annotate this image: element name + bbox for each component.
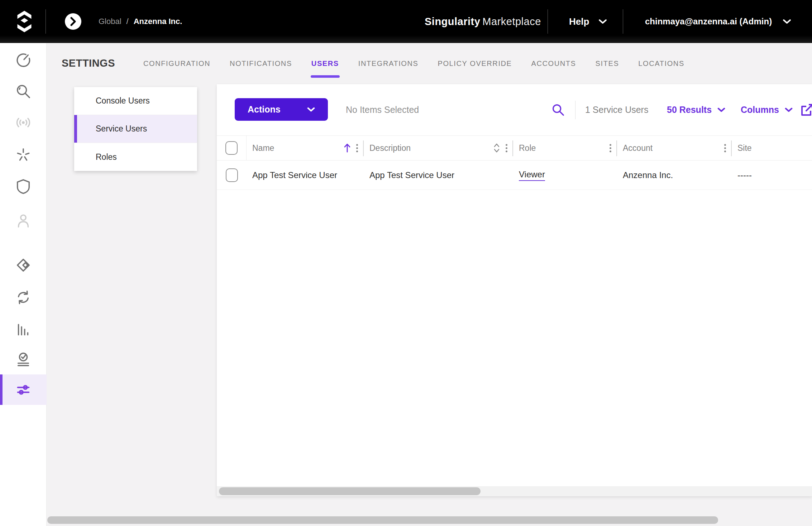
help-menu[interactable]: Help (569, 0, 607, 43)
broadcast-icon (15, 114, 32, 131)
column-label-account[interactable]: Account (623, 143, 723, 153)
column-label-name[interactable]: Name (252, 143, 344, 153)
sidebar-item-marketplace[interactable] (0, 251, 47, 279)
check-circle-stack-icon (15, 352, 32, 368)
chevron-right-icon (70, 17, 76, 26)
sidebar-item-protection[interactable] (0, 172, 47, 201)
main-content: SETTINGS CONFIGURATION NOTIFICATIONS USE… (47, 43, 812, 526)
search-icon[interactable] (551, 103, 565, 116)
tab-accounts[interactable]: ACCOUNTS (531, 59, 576, 69)
top-header: Global / Anzenna Inc. Singularity Market… (0, 0, 812, 43)
cell-site: ----- (732, 161, 812, 190)
select-all-checkbox[interactable] (225, 141, 238, 155)
header-divider (548, 9, 548, 34)
brand-marketplace: Marketplace (482, 16, 541, 28)
sync-icon (15, 289, 32, 306)
subnav-item-console-users[interactable]: Console Users (74, 87, 197, 115)
user-email-label: chinmaya@anzenna.ai (Admin) (645, 16, 772, 27)
tab-sites[interactable]: SITES (596, 59, 619, 69)
table-horizontal-scrollbar (217, 486, 812, 496)
gauge-icon (15, 52, 32, 68)
sidebar-item-search[interactable] (0, 77, 47, 106)
diamond-tag-icon (15, 257, 32, 273)
chevron-down-icon (307, 107, 315, 112)
page-scrollbar-thumb[interactable] (47, 516, 718, 524)
page-horizontal-scrollbar (47, 516, 812, 524)
subnav-item-roles[interactable]: Roles (74, 143, 197, 171)
sentinelone-logo[interactable] (16, 9, 33, 34)
sidebar-item-sync[interactable] (0, 283, 47, 312)
tab-policy-override[interactable]: POLICY OVERRIDE (438, 59, 512, 69)
cell-name: App Test Service User (247, 161, 364, 190)
table-row[interactable]: App Test Service User App Test Service U… (217, 161, 812, 190)
table-toolbar: Actions No Items Selected 1 Service User… (217, 84, 812, 135)
service-users-panel: Actions No Items Selected 1 Service User… (217, 84, 812, 496)
column-label-description[interactable]: Description (369, 143, 493, 153)
sidebar-item-reports[interactable] (0, 315, 47, 344)
header-divider (623, 9, 623, 34)
role-link[interactable]: Viewer (519, 169, 545, 181)
column-header-site: Site (732, 136, 812, 160)
table-header-row: Name Description (217, 135, 812, 161)
product-brand: Singularity Marketplace (425, 0, 541, 43)
sliders-icon (15, 382, 32, 398)
cell-description: App Test Service User (364, 161, 513, 190)
results-per-page-dropdown[interactable]: 50 Results (667, 84, 725, 135)
subnav-item-service-users[interactable]: Service Users (74, 115, 197, 143)
breadcrumb-current-scope[interactable]: Anzenna Inc. (134, 17, 182, 26)
header-checkbox-cell (217, 136, 247, 160)
sidebar-item-settings[interactable] (0, 374, 47, 405)
app-sidebar (0, 43, 47, 526)
sidebar-item-broadcast[interactable] (0, 108, 47, 137)
column-menu-icon[interactable] (505, 143, 508, 154)
column-label-site[interactable]: Site (737, 143, 807, 153)
actions-label: Actions (248, 104, 281, 115)
settings-tabs: CONFIGURATION NOTIFICATIONS USERS INTEGR… (143, 59, 684, 69)
help-label: Help (569, 16, 589, 27)
sidebar-expand-button[interactable] (65, 13, 81, 30)
column-label-role[interactable]: Role (519, 143, 609, 153)
sidebar-item-dashboard[interactable] (0, 46, 47, 75)
columns-dropdown[interactable]: Columns (741, 84, 793, 135)
chevron-down-icon (717, 107, 725, 112)
results-label: 50 Results (667, 105, 712, 115)
tab-integrations[interactable]: INTEGRATIONS (358, 59, 419, 69)
star-burst-icon (15, 147, 32, 163)
column-header-account: Account (617, 136, 732, 160)
breadcrumb: Global / Anzenna Inc. (99, 0, 182, 43)
cell-account: Anzenna Inc. (617, 161, 732, 190)
search-icon (15, 83, 32, 100)
bar-chart-icon (15, 321, 32, 338)
page-title: SETTINGS (62, 57, 115, 69)
chevron-down-icon (783, 19, 791, 24)
header-divider (46, 9, 46, 34)
column-menu-icon[interactable] (723, 143, 727, 154)
brand-singularity: Singularity (425, 16, 480, 28)
column-menu-icon[interactable] (355, 143, 359, 154)
sort-toggle-icon[interactable] (493, 143, 500, 153)
tab-users[interactable]: USERS (311, 59, 339, 69)
toolbar-divider (575, 101, 575, 119)
row-checkbox[interactable] (226, 168, 238, 182)
table-scrollbar-thumb[interactable] (219, 487, 481, 495)
row-checkbox-cell (217, 161, 247, 190)
column-menu-icon[interactable] (609, 143, 612, 154)
sidebar-item-tasks[interactable] (0, 346, 47, 374)
columns-label: Columns (741, 105, 779, 115)
sort-ascending-icon[interactable] (344, 143, 350, 153)
tab-locations[interactable]: LOCATIONS (638, 59, 684, 69)
column-header-name: Name (247, 136, 364, 160)
actions-button[interactable]: Actions (235, 98, 328, 121)
breadcrumb-separator: / (126, 17, 129, 26)
user-account-menu[interactable]: chinmaya@anzenna.ai (Admin) (645, 0, 791, 43)
sidebar-item-singularity[interactable] (0, 141, 47, 169)
chevron-down-icon (785, 107, 793, 112)
tab-configuration[interactable]: CONFIGURATION (143, 59, 210, 69)
sidebar-item-users[interactable] (0, 206, 47, 235)
service-users-count: 1 Service Users (585, 84, 648, 135)
tab-notifications[interactable]: NOTIFICATIONS (230, 59, 292, 69)
users-subnav: Console Users Service Users Roles (74, 87, 197, 171)
shield-icon (15, 178, 32, 195)
breadcrumb-global[interactable]: Global (99, 17, 121, 26)
export-icon[interactable] (800, 103, 812, 117)
